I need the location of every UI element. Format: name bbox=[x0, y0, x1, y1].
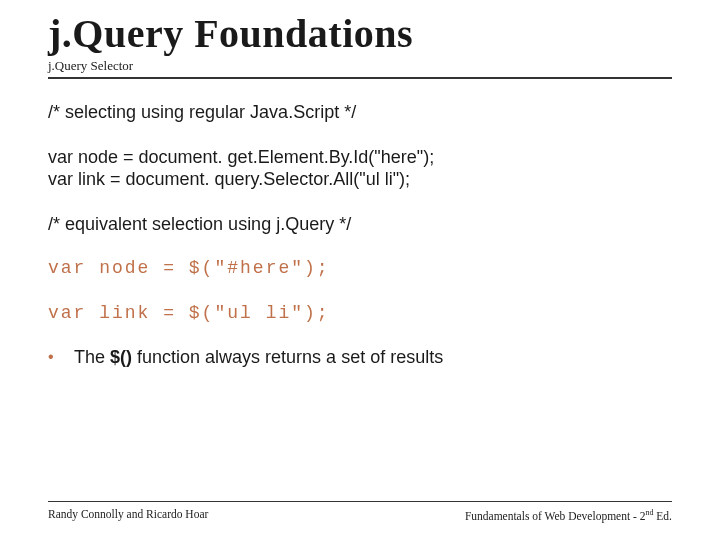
comment-line-2: /* equivalent selection using j.Query */ bbox=[48, 213, 672, 236]
code-line-1: var node = document. get.Element.By.Id("… bbox=[48, 146, 672, 169]
slide: j.Query Foundations j.Query Selector /* … bbox=[0, 0, 720, 540]
page-title: j.Query Foundations bbox=[48, 0, 672, 56]
bullet-pre: The bbox=[74, 347, 110, 367]
bullet-post: function always returns a set of results bbox=[132, 347, 443, 367]
footer-right-post: Ed. bbox=[653, 510, 672, 522]
jquery-line-1: var node = $("#here"); bbox=[48, 257, 672, 280]
comment-line-1: /* selecting using regular Java.Script *… bbox=[48, 101, 672, 124]
code-line-2: var link = document. query.Selector.All(… bbox=[48, 168, 672, 191]
bullet-text: The $() function always returns a set of… bbox=[74, 346, 443, 369]
footer: Randy Connolly and Ricardo Hoar Fundamen… bbox=[48, 501, 672, 522]
slide-body: /* selecting using regular Java.Script *… bbox=[48, 101, 672, 369]
title-divider bbox=[48, 77, 672, 79]
bullet-fn: $() bbox=[110, 347, 132, 367]
jquery-line-1-text: var node = $("#here"); bbox=[48, 258, 330, 278]
jquery-line-2-text: var link = $("ul li"); bbox=[48, 303, 330, 323]
footer-row: Randy Connolly and Ricardo Hoar Fundamen… bbox=[48, 508, 672, 522]
footer-book: Fundamentals of Web Development - 2nd Ed… bbox=[465, 508, 672, 522]
bullet-icon: • bbox=[48, 346, 74, 368]
footer-right-pre: Fundamentals of Web Development - 2 bbox=[465, 510, 646, 522]
page-subtitle: j.Query Selector bbox=[48, 58, 672, 74]
code-block-js: var node = document. get.Element.By.Id("… bbox=[48, 146, 672, 191]
bullet-item: • The $() function always returns a set … bbox=[48, 346, 672, 369]
footer-authors: Randy Connolly and Ricardo Hoar bbox=[48, 508, 208, 522]
footer-divider bbox=[48, 501, 672, 502]
jquery-line-2: var link = $("ul li"); bbox=[48, 302, 672, 325]
